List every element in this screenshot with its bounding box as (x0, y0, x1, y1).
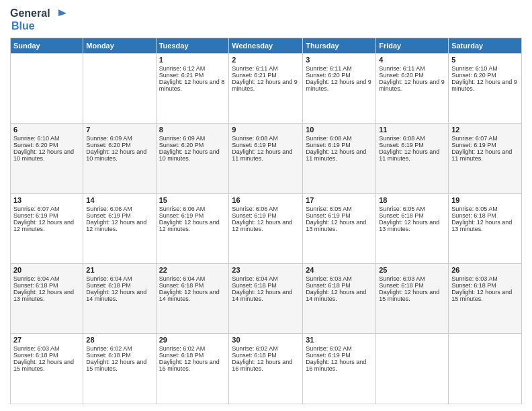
calendar-cell: 23Sunrise: 6:04 AMSunset: 6:18 PMDayligh… (229, 264, 303, 334)
week-row-4: 20Sunrise: 6:04 AMSunset: 6:18 PMDayligh… (11, 264, 522, 334)
day-of-week-row: SundayMondayTuesdayWednesdayThursdayFrid… (11, 38, 522, 53)
day-info: Daylight: 12 hours and 13 minutes. (379, 219, 445, 232)
day-info: Sunrise: 6:11 AM (306, 65, 373, 72)
day-info: Sunrise: 6:12 AM (159, 65, 226, 72)
day-header-saturday: Saturday (449, 38, 522, 53)
day-number: 15 (159, 196, 226, 204)
calendar-cell: 20Sunrise: 6:04 AMSunset: 6:18 PMDayligh… (11, 264, 83, 334)
calendar-cell: 6Sunrise: 6:10 AMSunset: 6:20 PMDaylight… (11, 124, 83, 193)
day-number: 11 (379, 126, 445, 134)
calendar-cell: 7Sunrise: 6:09 AMSunset: 6:20 PMDaylight… (83, 124, 156, 193)
day-info: Sunrise: 6:10 AM (451, 65, 519, 72)
day-info: Sunrise: 6:11 AM (232, 65, 300, 72)
day-number: 13 (13, 196, 80, 204)
day-number: 28 (86, 336, 152, 344)
day-info: Daylight: 12 hours and 16 minutes. (306, 359, 373, 372)
calendar-cell: 3Sunrise: 6:11 AMSunset: 6:20 PMDaylight… (303, 53, 376, 123)
day-info: Sunset: 6:18 PM (86, 352, 152, 359)
day-info: Sunset: 6:21 PM (159, 72, 226, 79)
day-info: Sunrise: 6:10 AM (13, 135, 80, 142)
calendar-cell: 18Sunrise: 6:05 AMSunset: 6:18 PMDayligh… (376, 193, 449, 263)
day-info: Sunset: 6:19 PM (232, 212, 300, 219)
calendar-cell: 10Sunrise: 6:08 AMSunset: 6:19 PMDayligh… (303, 124, 376, 193)
header: General Blue (10, 7, 522, 32)
day-number: 26 (451, 266, 519, 274)
day-info: Sunrise: 6:08 AM (306, 135, 373, 142)
day-info: Daylight: 12 hours and 11 minutes. (306, 148, 373, 162)
day-info: Sunset: 6:18 PM (379, 212, 445, 219)
day-info: Daylight: 12 hours and 8 minutes. (159, 79, 226, 92)
day-info: Daylight: 12 hours and 15 minutes. (451, 289, 519, 302)
day-info: Sunset: 6:21 PM (232, 72, 300, 79)
calendar-cell: 9Sunrise: 6:08 AMSunset: 6:19 PMDaylight… (229, 124, 303, 193)
day-info: Sunrise: 6:11 AM (379, 65, 445, 72)
day-info: Sunrise: 6:02 AM (306, 345, 373, 352)
day-number: 10 (306, 126, 373, 134)
day-info: Daylight: 12 hours and 13 minutes. (451, 219, 519, 232)
day-number: 4 (379, 56, 445, 64)
day-info: Sunset: 6:20 PM (379, 72, 445, 79)
day-number: 23 (232, 266, 300, 274)
day-info: Daylight: 12 hours and 14 minutes. (306, 289, 373, 302)
day-info: Sunset: 6:19 PM (306, 352, 373, 359)
day-info: Daylight: 12 hours and 15 minutes. (13, 359, 80, 372)
day-info: Sunrise: 6:03 AM (379, 275, 445, 282)
day-number: 19 (451, 196, 519, 204)
day-number: 27 (13, 336, 80, 344)
calendar-cell: 25Sunrise: 6:03 AMSunset: 6:18 PMDayligh… (376, 264, 449, 334)
logo-general: General (10, 7, 50, 19)
day-info: Sunrise: 6:07 AM (451, 135, 519, 142)
day-info: Sunrise: 6:04 AM (13, 275, 80, 282)
calendar-cell: 19Sunrise: 6:05 AMSunset: 6:18 PMDayligh… (449, 193, 522, 263)
day-number: 14 (86, 196, 152, 204)
day-number: 7 (86, 126, 152, 134)
day-info: Sunset: 6:19 PM (13, 212, 80, 219)
logo: General Blue (10, 7, 68, 32)
calendar-cell (83, 53, 156, 123)
day-info: Daylight: 12 hours and 15 minutes. (86, 359, 152, 372)
calendar-cell: 31Sunrise: 6:02 AMSunset: 6:19 PMDayligh… (303, 334, 376, 404)
day-info: Sunrise: 6:05 AM (379, 205, 445, 212)
calendar-cell: 21Sunrise: 6:04 AMSunset: 6:18 PMDayligh… (83, 264, 156, 334)
calendar-cell: 11Sunrise: 6:08 AMSunset: 6:19 PMDayligh… (376, 124, 449, 193)
day-info: Sunrise: 6:02 AM (232, 345, 300, 352)
day-number: 24 (306, 266, 373, 274)
calendar-cell: 8Sunrise: 6:09 AMSunset: 6:20 PMDaylight… (156, 124, 229, 193)
day-number: 2 (232, 56, 300, 64)
day-info: Sunset: 6:20 PM (451, 72, 519, 79)
day-info: Sunrise: 6:06 AM (232, 205, 300, 212)
day-info: Sunset: 6:18 PM (379, 282, 445, 289)
day-number: 20 (13, 266, 80, 274)
week-row-2: 6Sunrise: 6:10 AMSunset: 6:20 PMDaylight… (11, 124, 522, 193)
day-info: Sunrise: 6:03 AM (451, 275, 519, 282)
calendar-cell: 26Sunrise: 6:03 AMSunset: 6:18 PMDayligh… (449, 264, 522, 334)
day-info: Sunrise: 6:06 AM (159, 205, 226, 212)
day-info: Sunset: 6:19 PM (451, 142, 519, 148)
calendar-cell: 13Sunrise: 6:07 AMSunset: 6:19 PMDayligh… (11, 193, 83, 263)
calendar: SundayMondayTuesdayWednesdayThursdayFrid… (10, 38, 522, 404)
day-number: 30 (232, 336, 300, 344)
day-header-monday: Monday (83, 38, 156, 53)
day-info: Daylight: 12 hours and 14 minutes. (86, 289, 152, 302)
day-info: Sunset: 6:19 PM (159, 212, 226, 219)
day-info: Sunrise: 6:02 AM (86, 345, 152, 352)
calendar-cell: 2Sunrise: 6:11 AMSunset: 6:21 PMDaylight… (229, 53, 303, 123)
day-header-tuesday: Tuesday (156, 38, 229, 53)
day-info: Daylight: 12 hours and 16 minutes. (159, 359, 226, 372)
day-info: Daylight: 12 hours and 9 minutes. (379, 79, 445, 92)
day-info: Daylight: 12 hours and 11 minutes. (232, 148, 300, 162)
day-info: Daylight: 12 hours and 13 minutes. (13, 289, 80, 302)
day-info: Sunset: 6:19 PM (379, 142, 445, 148)
day-info: Sunrise: 6:04 AM (86, 275, 152, 282)
calendar-cell: 14Sunrise: 6:06 AMSunset: 6:19 PMDayligh… (83, 193, 156, 263)
day-info: Sunset: 6:20 PM (86, 142, 152, 148)
day-info: Daylight: 12 hours and 10 minutes. (13, 148, 80, 162)
day-number: 1 (159, 56, 226, 64)
day-info: Sunset: 6:18 PM (86, 282, 152, 289)
day-info: Sunset: 6:18 PM (13, 352, 80, 359)
day-info: Sunrise: 6:04 AM (159, 275, 226, 282)
calendar-cell: 5Sunrise: 6:10 AMSunset: 6:20 PMDaylight… (449, 53, 522, 123)
day-info: Daylight: 12 hours and 9 minutes. (232, 79, 300, 92)
day-info: Sunrise: 6:03 AM (306, 275, 373, 282)
day-info: Sunset: 6:18 PM (13, 282, 80, 289)
